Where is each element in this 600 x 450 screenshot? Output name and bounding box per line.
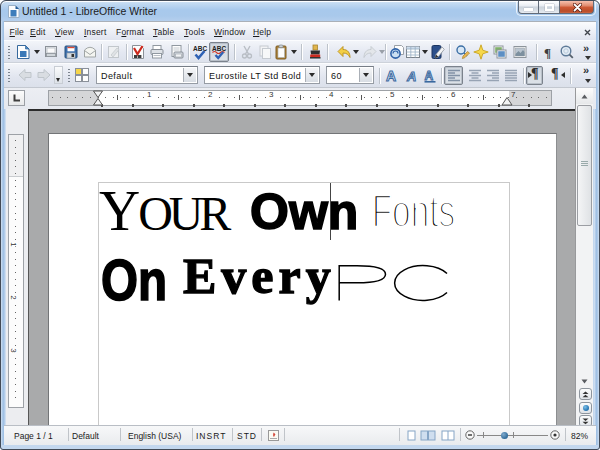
svg-text:Fonts: Fonts	[372, 184, 455, 237]
svg-text:A: A	[406, 69, 416, 84]
svg-text:A: A	[425, 69, 434, 83]
svg-text:ABC: ABC	[193, 45, 207, 52]
svg-text:ABC: ABC	[212, 45, 226, 52]
svg-text:A: A	[386, 68, 396, 84]
